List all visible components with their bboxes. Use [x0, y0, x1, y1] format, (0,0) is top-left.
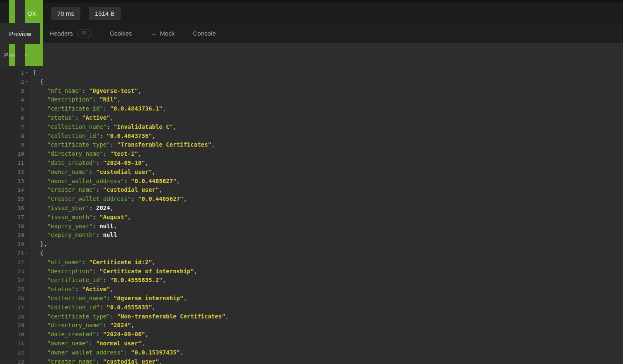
code-line: 11 "date_created": "2024-09-10",	[0, 159, 623, 168]
json-key: "expiry_month"	[47, 231, 96, 238]
tab-headers[interactable]: Headers 21	[40, 23, 100, 43]
gutter-cell: 28	[0, 312, 30, 321]
json-key: "creater_wallet_address"	[47, 195, 131, 202]
json-value: "0.0.4843736"	[107, 133, 152, 139]
code-line: 28 "certificate_type": "Non-transferable…	[0, 312, 623, 321]
json-key: "collection_name"	[47, 295, 107, 301]
code-line-content: "nft_name": "Certificate id:2",	[30, 258, 155, 267]
line-number: 2	[0, 77, 24, 87]
fold-spacer	[24, 240, 30, 249]
fold-spacer	[24, 348, 30, 357]
code-line-content: "date_created": "2024-09-10",	[30, 159, 148, 168]
line-number: 28	[0, 312, 24, 321]
line-number: 33	[0, 357, 24, 364]
json-key: "nft_name"	[47, 87, 82, 94]
json-key: "description"	[47, 268, 93, 275]
code-line-content: "expiry_year": null,	[30, 222, 117, 231]
json-value: null	[103, 231, 117, 238]
fold-spacer	[24, 204, 30, 213]
response-tabs: Preview Headers 21 Cookies → Mock Consol…	[0, 23, 623, 44]
json-key: "status"	[47, 286, 75, 292]
line-number: 12	[0, 168, 24, 177]
line-number: 11	[0, 159, 24, 168]
code-line: 7 "collection_name": "Invalidatable C",	[0, 123, 623, 132]
code-line-content: {	[30, 249, 44, 258]
code-line: 15 "creater_wallet_address": "0.0.448562…	[0, 195, 623, 204]
code-line-content: "certificate_id": "0.0.4555835.2",	[30, 276, 166, 285]
line-number: 8	[0, 132, 24, 141]
fold-spacer	[24, 132, 30, 141]
fold-spacer	[24, 303, 30, 312]
gutter-cell: 4	[0, 95, 30, 104]
code-line: 31 "owner_name": "normal user",	[0, 339, 623, 348]
code-line: 19 "expiry_month": null	[0, 231, 623, 240]
code-line-content: "nft_name": "Dgverse-test",	[30, 87, 141, 96]
line-number: 15	[0, 195, 24, 204]
json-key: "owner_name"	[47, 340, 89, 347]
fold-spacer	[24, 285, 30, 294]
json-value: "Dgverse-test"	[89, 87, 138, 94]
code-line: 30 "date_created": "2024-09-06",	[0, 330, 623, 339]
fold-arrow-icon[interactable]: ▾	[24, 77, 30, 87]
fold-spacer	[24, 95, 30, 104]
headers-count-badge: 21	[78, 29, 91, 38]
code-line-content: "collection_name": "dgverse internship",	[30, 294, 187, 303]
gutter-cell: 26	[0, 294, 30, 303]
line-number: 5	[0, 104, 24, 113]
gutter-cell: 33	[0, 357, 30, 364]
fold-arrow-icon[interactable]: ▾	[24, 68, 30, 77]
json-key: "date_created"	[47, 331, 96, 337]
code-line-content: "directory_name": "test-1",	[30, 149, 141, 159]
preview-mode-bar: Preview ▼	[0, 44, 623, 66]
code-line: 20 },	[0, 240, 623, 249]
tab-cookies[interactable]: Cookies	[100, 23, 141, 43]
json-value: "0.0.4843736.1"	[110, 105, 162, 112]
json-key: "directory_name"	[47, 322, 103, 328]
fold-spacer	[24, 339, 30, 348]
tab-console[interactable]: Console	[184, 23, 225, 43]
tab-mock[interactable]: → Mock	[141, 23, 184, 43]
code-line-content: "owner_wallet_address": "0.0.4485627",	[30, 177, 180, 186]
json-value: "Active"	[82, 114, 110, 121]
gutter-cell: 13	[0, 177, 30, 186]
code-line-content: [	[30, 68, 36, 77]
line-number: 19	[0, 231, 24, 240]
json-key: "creater_name"	[47, 186, 96, 193]
code-line-content: "status": "Active",	[30, 285, 114, 294]
line-number: 22	[0, 258, 24, 267]
json-key: "owner_wallet_address"	[47, 178, 124, 184]
code-line: 18 "expiry_year": null,	[0, 222, 623, 231]
code-line-content: "directory_name": "2024",	[30, 321, 134, 330]
code-line-content: "certificate_type": "Transferable Certif…	[30, 140, 215, 149]
fold-spacer	[24, 312, 30, 321]
gutter-cell: 12	[0, 168, 30, 177]
json-value: "normal user"	[96, 340, 142, 347]
tab-preview[interactable]: Preview	[0, 23, 40, 44]
gutter-cell: 21▾	[0, 249, 30, 258]
json-value: "Nil"	[99, 96, 117, 103]
code-line: 23 "description": "Certificate of intern…	[0, 267, 623, 276]
code-line-content: "creater_wallet_address": "0.0.4485627",	[30, 195, 187, 204]
response-time-badge: 70 ms	[51, 7, 80, 20]
fold-arrow-icon[interactable]: ▾	[24, 249, 30, 258]
code-line: 2▾ {	[0, 77, 623, 87]
line-number: 23	[0, 267, 24, 276]
line-number: 29	[0, 321, 24, 330]
gutter-cell: 25	[0, 285, 30, 294]
line-number: 18	[0, 222, 24, 231]
code-line-content: },	[30, 240, 47, 249]
response-body-editor[interactable]: 1▾[2▾ {3 "nft_name": "Dgverse-test",4 "d…	[0, 66, 623, 364]
fold-spacer	[24, 123, 30, 132]
gutter-cell: 6	[0, 113, 30, 123]
json-value: null	[99, 223, 114, 229]
gutter-cell: 7	[0, 123, 30, 132]
response-status-bar: 200 OK 70 ms 1514 B	[0, 3, 623, 23]
code-line: 16 "issue_year": 2024,	[0, 204, 623, 213]
code-line: 24 "certificate_id": "0.0.4555835.2",	[0, 276, 623, 285]
gutter-cell: 31	[0, 339, 30, 348]
code-line-content: "owner_name": "custodial user",	[30, 168, 155, 177]
line-number: 7	[0, 123, 24, 132]
tab-preview-label: Preview	[9, 30, 31, 37]
code-line: 3 "nft_name": "Dgverse-test",	[0, 87, 623, 96]
code-line: 22 "nft_name": "Certificate id:2",	[0, 258, 623, 267]
